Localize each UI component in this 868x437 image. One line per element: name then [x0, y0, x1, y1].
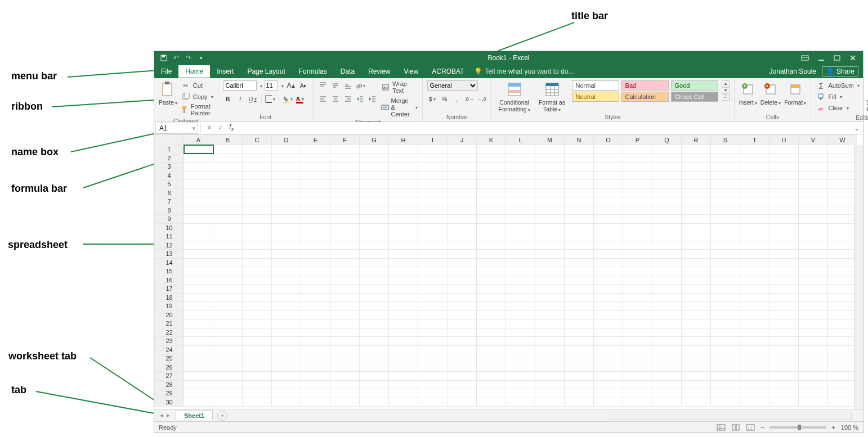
cell-H29[interactable]: [389, 389, 418, 398]
cell-E24[interactable]: [301, 345, 330, 354]
cell-N28[interactable]: [565, 380, 594, 389]
cell-F18[interactable]: [330, 293, 360, 302]
cell-B14[interactable]: [213, 258, 243, 267]
cell-G8[interactable]: [360, 206, 389, 215]
cell-U7[interactable]: [769, 197, 799, 206]
cell-B30[interactable]: [213, 398, 243, 407]
cell-R20[interactable]: [682, 310, 711, 319]
cell-U10[interactable]: [769, 223, 799, 232]
cell-F13[interactable]: [330, 250, 360, 259]
row-header-1[interactable]: 1: [155, 145, 184, 154]
cell-J12[interactable]: [448, 241, 477, 250]
cell-C11[interactable]: [243, 232, 272, 241]
undo-icon[interactable]: ↶: [172, 54, 180, 62]
cell-I17[interactable]: [418, 285, 448, 294]
cell-D28[interactable]: [272, 380, 301, 389]
cell-Q6[interactable]: [652, 188, 682, 197]
cell-I13[interactable]: [418, 250, 448, 259]
cell-R29[interactable]: [682, 389, 711, 398]
cell-T26[interactable]: [740, 363, 769, 372]
cell-N17[interactable]: [565, 285, 594, 294]
cell-C19[interactable]: [243, 302, 272, 311]
cell-P2[interactable]: [623, 154, 652, 163]
cell-J13[interactable]: [448, 250, 477, 259]
cell-B20[interactable]: [213, 310, 243, 319]
cell-J8[interactable]: [448, 206, 477, 215]
cell-B22[interactable]: [213, 328, 243, 337]
cell-E9[interactable]: [301, 215, 330, 224]
zoom-in-button[interactable]: +: [831, 424, 835, 431]
cell-S18[interactable]: [711, 293, 740, 302]
cell-H18[interactable]: [389, 293, 418, 302]
cell-R2[interactable]: [682, 154, 711, 163]
cell-N20[interactable]: [565, 310, 594, 319]
cell-R7[interactable]: [682, 197, 711, 206]
cell-D5[interactable]: [272, 180, 301, 189]
cell-D9[interactable]: [272, 215, 301, 224]
cell-J26[interactable]: [448, 363, 477, 372]
cell-P10[interactable]: [623, 223, 652, 232]
cell-V27[interactable]: [799, 372, 828, 381]
cell-E30[interactable]: [301, 398, 330, 407]
cell-D12[interactable]: [272, 241, 301, 250]
cell-A16[interactable]: [184, 276, 213, 285]
cell-Q27[interactable]: [652, 372, 682, 381]
col-header-J[interactable]: J: [448, 135, 477, 145]
cell-J22[interactable]: [448, 328, 477, 337]
row-header-10[interactable]: 10: [155, 223, 184, 232]
cell-T11[interactable]: [740, 232, 769, 241]
cell-C10[interactable]: [243, 223, 272, 232]
cell-B11[interactable]: [213, 232, 243, 241]
cell-O4[interactable]: [594, 171, 623, 180]
cell-I19[interactable]: [418, 302, 448, 311]
cell-U4[interactable]: [769, 171, 799, 180]
expand-formula-bar-icon[interactable]: ⌄: [854, 124, 863, 132]
cell-M28[interactable]: [535, 380, 565, 389]
cell-L16[interactable]: [506, 276, 535, 285]
cell-M7[interactable]: [535, 197, 565, 206]
cell-I4[interactable]: [418, 171, 448, 180]
cell-V4[interactable]: [799, 171, 828, 180]
cell-E17[interactable]: [301, 285, 330, 294]
cell-M12[interactable]: [535, 241, 565, 250]
cell-U26[interactable]: [769, 363, 799, 372]
cell-S20[interactable]: [711, 310, 740, 319]
cell-E2[interactable]: [301, 154, 330, 163]
row-header-9[interactable]: 9: [155, 215, 184, 224]
cell-U28[interactable]: [769, 380, 799, 389]
cell-N21[interactable]: [565, 319, 594, 328]
col-header-R[interactable]: R: [682, 135, 711, 145]
cell-R21[interactable]: [682, 319, 711, 328]
cell-E11[interactable]: [301, 232, 330, 241]
cell-P12[interactable]: [623, 241, 652, 250]
cell-H30[interactable]: [389, 398, 418, 407]
style-bad[interactable]: Bad: [621, 80, 669, 91]
cell-E16[interactable]: [301, 276, 330, 285]
col-header-W[interactable]: W: [828, 135, 857, 145]
cell-O28[interactable]: [594, 380, 623, 389]
cell-E8[interactable]: [301, 206, 330, 215]
cell-P1[interactable]: [623, 145, 652, 154]
cell-I25[interactable]: [418, 354, 448, 363]
cell-W4[interactable]: [828, 171, 857, 180]
cell-F9[interactable]: [330, 215, 360, 224]
cell-E27[interactable]: [301, 372, 330, 381]
cell-W5[interactable]: [828, 180, 857, 189]
cell-A20[interactable]: [184, 310, 213, 319]
cell-L6[interactable]: [506, 188, 535, 197]
col-header-H[interactable]: H: [389, 135, 418, 145]
cell-Q18[interactable]: [652, 293, 682, 302]
insert-cells-button[interactable]: +Insert: [739, 80, 757, 106]
menu-tab-home[interactable]: Home: [178, 65, 210, 78]
cell-G21[interactable]: [360, 319, 389, 328]
cell-K17[interactable]: [477, 285, 506, 294]
cell-C23[interactable]: [243, 337, 272, 346]
cell-N13[interactable]: [565, 250, 594, 259]
cell-N14[interactable]: [565, 258, 594, 267]
accounting-format-button[interactable]: $: [427, 94, 437, 104]
cell-U12[interactable]: [769, 241, 799, 250]
increase-indent-icon[interactable]: [368, 94, 378, 104]
cell-W9[interactable]: [828, 215, 857, 224]
user-name[interactable]: Jonathan Soule: [769, 67, 816, 75]
styles-more-icon[interactable]: ≡: [722, 94, 730, 101]
